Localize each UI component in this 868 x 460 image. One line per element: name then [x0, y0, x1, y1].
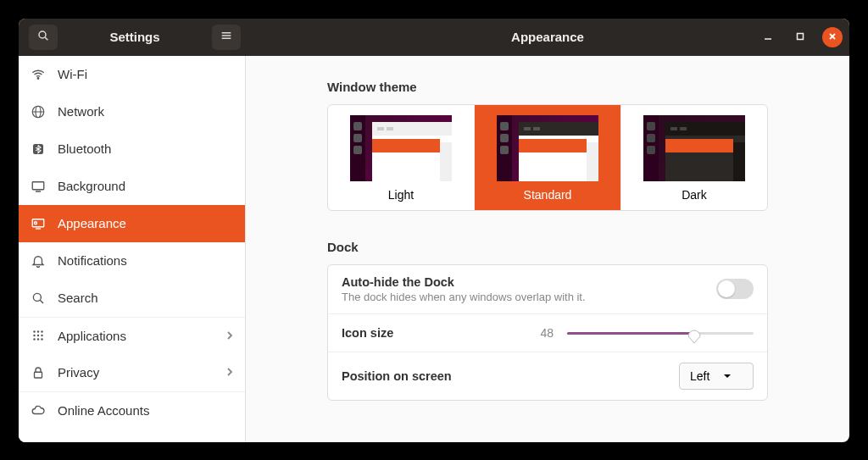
theme-option-standard[interactable]: Standard [475, 105, 621, 210]
sidebar-item-bluetooth[interactable]: Bluetooth [19, 130, 245, 168]
theme-option-light[interactable]: Light [328, 105, 475, 210]
svg-point-24 [33, 335, 35, 336]
display-icon [31, 179, 46, 194]
bluetooth-icon [31, 141, 46, 157]
sidebar-item-wifi[interactable]: Wi-Fi [19, 56, 245, 93]
svg-rect-6 [798, 34, 804, 40]
icon-size-title: Icon size [342, 326, 528, 340]
search-icon [31, 291, 46, 306]
dock-heading: Dock [327, 240, 768, 254]
svg-line-20 [40, 300, 43, 303]
slider-thumb-icon [687, 325, 702, 344]
appearance-icon [31, 216, 46, 231]
search-button[interactable] [29, 25, 58, 50]
icon-size-value: 48 [528, 326, 554, 340]
app-title: Settings [63, 30, 207, 44]
sidebar-item-label: Search [58, 291, 98, 305]
sidebar-item-label: Bluetooth [58, 141, 111, 156]
sidebar-item-background[interactable]: Background [19, 168, 245, 205]
dock-row-autohide: Auto-hide the Dock The dock hides when a… [328, 265, 767, 314]
svg-point-19 [33, 293, 41, 301]
dock-row-icon-size: Icon size 48 [328, 314, 767, 352]
svg-point-0 [39, 31, 46, 38]
sidebar-item-search[interactable]: Search [19, 280, 245, 317]
icon-size-control: 48 [528, 324, 754, 341]
position-value: Left [690, 369, 709, 383]
sidebar[interactable]: Wi-Fi Network Bluetooth Background [19, 56, 246, 442]
sidebar-item-label: Notifications [58, 253, 127, 268]
dock-row-position: Position on screen Left [328, 352, 767, 400]
svg-rect-30 [35, 372, 42, 378]
sidebar-item-label: Applications [58, 329, 126, 343]
autohide-switch[interactable] [716, 279, 754, 299]
content-area: Window theme Light Standard [246, 56, 849, 442]
maximize-icon [795, 30, 805, 44]
svg-point-21 [33, 330, 35, 332]
sidebar-item-label: Network [58, 104, 104, 119]
grid-icon [31, 328, 46, 343]
sidebar-item-appearance[interactable]: Appearance [19, 205, 245, 242]
sidebar-item-label: Online Accounts [58, 403, 149, 418]
sidebar-item-notifications[interactable]: Notifications [19, 242, 245, 280]
sidebar-item-privacy[interactable]: Privacy [19, 354, 245, 391]
svg-point-26 [41, 335, 42, 336]
wifi-icon [31, 67, 46, 82]
icon-size-slider[interactable] [567, 324, 754, 341]
titlebar-main-section: Appearance [246, 30, 849, 44]
globe-icon [31, 104, 46, 119]
theme-selector: Light Standard Dark [327, 104, 768, 211]
close-button[interactable] [822, 27, 843, 47]
sidebar-item-online-accounts[interactable]: Online Accounts [19, 391, 245, 429]
settings-window: Settings Appearance [19, 19, 849, 442]
menu-button[interactable] [212, 25, 241, 50]
titlebar-sidebar-section: Settings [19, 19, 246, 56]
theme-option-dark[interactable]: Dark [621, 105, 767, 210]
position-dropdown[interactable]: Left [679, 363, 754, 390]
sidebar-item-label: Wi-Fi [58, 67, 87, 81]
window-body: Wi-Fi Network Bluetooth Background [19, 56, 849, 442]
autohide-subtitle: The dock hides when any windows overlap … [342, 291, 716, 303]
svg-point-25 [37, 335, 39, 336]
hamburger-icon [220, 29, 233, 45]
cloud-icon [31, 402, 46, 418]
chevron-right-icon [226, 329, 233, 343]
svg-point-29 [41, 338, 42, 340]
svg-point-22 [37, 330, 39, 332]
svg-point-28 [37, 338, 39, 340]
svg-point-17 [35, 221, 37, 224]
minimize-button[interactable] [758, 27, 778, 47]
autohide-title: Auto-hide the Dock [342, 275, 716, 289]
minimize-icon [763, 30, 773, 44]
svg-rect-14 [32, 181, 44, 189]
bell-icon [31, 253, 46, 269]
maximize-button[interactable] [790, 27, 810, 47]
chevron-right-icon [226, 365, 233, 380]
sidebar-item-label: Appearance [58, 216, 126, 230]
close-icon [827, 30, 837, 44]
chevron-down-icon [723, 369, 732, 383]
svg-point-23 [41, 330, 42, 332]
theme-preview-standard [497, 115, 598, 181]
dock-panel: Auto-hide the Dock The dock hides when a… [327, 264, 768, 401]
search-icon [36, 29, 50, 45]
sidebar-item-label: Background [58, 179, 125, 193]
dock-row-text: Auto-hide the Dock The dock hides when a… [342, 275, 716, 303]
dock-row-text: Position on screen [342, 369, 679, 383]
theme-preview-light [350, 115, 452, 181]
window-theme-heading: Window theme [327, 80, 768, 94]
theme-label: Light [388, 188, 414, 202]
titlebar: Settings Appearance [19, 19, 849, 56]
sidebar-item-label: Privacy [58, 365, 99, 380]
dock-row-text: Icon size [342, 326, 528, 340]
svg-line-1 [45, 37, 47, 40]
theme-preview-dark [643, 115, 745, 181]
svg-point-27 [33, 338, 35, 340]
theme-label: Dark [682, 188, 707, 202]
sidebar-item-network[interactable]: Network [19, 93, 245, 130]
window-controls [758, 27, 843, 47]
position-title: Position on screen [342, 369, 679, 383]
lock-icon [31, 365, 46, 380]
sidebar-item-applications[interactable]: Applications [19, 317, 245, 354]
svg-point-9 [37, 77, 39, 79]
theme-label: Standard [524, 188, 572, 202]
